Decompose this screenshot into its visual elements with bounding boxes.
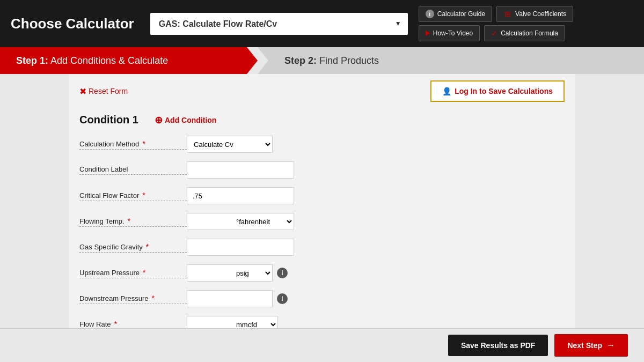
downstream-pressure-label: Downstream Pressure * bbox=[79, 294, 187, 304]
add-condition-button[interactable]: ⊕ Add Condition bbox=[155, 114, 216, 126]
next-step-button[interactable]: Next Step → bbox=[554, 334, 628, 357]
calculator-select[interactable]: GAS: Calculate Flow Rate/Cv GAS: Calcula… bbox=[150, 13, 408, 35]
how-to-video-button[interactable]: How-To Video bbox=[419, 25, 480, 41]
calculation-method-group: Calculate Cv Calculate Flow Rate Calcula… bbox=[187, 136, 273, 153]
valve-coefficients-button[interactable]: ⊞ Valve Coefficients bbox=[496, 6, 573, 22]
critical-flow-factor-label: Critical Flow Factor * bbox=[79, 191, 187, 201]
step2: Step 2: Find Products bbox=[258, 47, 644, 74]
downstream-pressure-group: i bbox=[187, 290, 288, 307]
calculation-method-label: Calculation Method * bbox=[79, 139, 187, 150]
gas-specific-gravity-label: Gas Specific Gravity * bbox=[79, 242, 187, 253]
condition-title: Condition 1 bbox=[79, 114, 138, 126]
form-row-calculation-method: Calculation Method * Calculate Cv Calcul… bbox=[79, 135, 565, 154]
upstream-pressure-label: Upstream Pressure * bbox=[79, 268, 187, 278]
user-icon: 👤 bbox=[442, 87, 451, 95]
gas-specific-gravity-input[interactable] bbox=[187, 239, 294, 256]
top-links: i Calculator Guide ⊞ Valve Coefficients … bbox=[419, 6, 573, 41]
form-row-critical-flow-factor: Critical Flow Factor * bbox=[79, 186, 565, 205]
login-save-button[interactable]: 👤 Log In to Save Calculations bbox=[430, 80, 565, 102]
form-row-condition-label: Condition Label bbox=[79, 160, 565, 180]
critical-flow-factor-input[interactable] bbox=[187, 187, 294, 204]
form-row-gas-specific-gravity: Gas Specific Gravity * bbox=[79, 238, 565, 257]
top-bar: Choose Calculator GAS: Calculate Flow Ra… bbox=[0, 0, 644, 47]
flowing-temp-input[interactable] bbox=[187, 213, 230, 230]
step2-text: Step 2: Find Products bbox=[284, 55, 379, 67]
grid-icon: ⊞ bbox=[503, 10, 512, 18]
step1-text: Step 1: Add Conditions & Calculate bbox=[16, 55, 168, 67]
condition-label-label: Condition Label bbox=[79, 165, 187, 175]
choose-calculator-title: Choose Calculator bbox=[11, 16, 134, 32]
step1: Step 1: Add Conditions & Calculate bbox=[0, 47, 258, 74]
reset-form-button[interactable]: ✖ Reset Form bbox=[79, 86, 128, 97]
top-links-row-1: i Calculator Guide ⊞ Valve Coefficients bbox=[419, 6, 573, 22]
plus-icon: ⊕ bbox=[155, 114, 163, 126]
form-area: Condition 1 ⊕ Add Condition Calculation … bbox=[69, 108, 575, 362]
action-bar: ✖ Reset Form 👤 Log In to Save Calculatio… bbox=[69, 74, 575, 108]
form-row-flowing-temp: Flowing Temp. * °fahrenheit °celsius kel… bbox=[79, 212, 565, 231]
main-wrapper: Choose Calculator GAS: Calculate Flow Ra… bbox=[0, 0, 644, 362]
calculation-formula-button[interactable]: ✓ Calculation Formula bbox=[484, 25, 565, 41]
calculator-guide-button[interactable]: i Calculator Guide bbox=[419, 6, 492, 22]
form-row-downstream-pressure: Downstream Pressure * i bbox=[79, 289, 565, 308]
flowing-temp-unit-select[interactable]: °fahrenheit °celsius kelvin rankine bbox=[230, 213, 294, 230]
flowing-temp-group: °fahrenheit °celsius kelvin rankine bbox=[187, 213, 294, 230]
condition-header: Condition 1 ⊕ Add Condition bbox=[79, 114, 565, 126]
calculation-method-select[interactable]: Calculate Cv Calculate Flow Rate Calcula… bbox=[187, 136, 273, 153]
play-icon bbox=[426, 31, 430, 36]
calculator-select-wrapper: GAS: Calculate Flow Rate/Cv GAS: Calcula… bbox=[150, 13, 408, 35]
reset-icon: ✖ bbox=[79, 86, 86, 97]
downstream-pressure-input[interactable] bbox=[187, 290, 273, 307]
upstream-pressure-input[interactable] bbox=[187, 264, 230, 282]
upstream-pressure-group: psig psia bar kPa i bbox=[187, 264, 288, 282]
bottom-bar: Save Results as PDF Next Step → bbox=[0, 328, 644, 362]
downstream-pressure-info-icon[interactable]: i bbox=[277, 293, 288, 304]
form-row-upstream-pressure: Upstream Pressure * psig psia bar kPa i bbox=[79, 263, 565, 283]
top-links-row-2: How-To Video ✓ Calculation Formula bbox=[419, 25, 573, 41]
info-icon: i bbox=[426, 10, 434, 18]
flowing-temp-label: Flowing Temp. * bbox=[79, 217, 187, 227]
upstream-pressure-info-icon[interactable]: i bbox=[277, 268, 288, 278]
condition-label-input[interactable] bbox=[187, 161, 294, 179]
upstream-pressure-unit-select[interactable]: psig psia bar kPa bbox=[230, 264, 273, 282]
inner-card: ✖ Reset Form 👤 Log In to Save Calculatio… bbox=[69, 74, 575, 362]
checkmark-icon: ✓ bbox=[491, 29, 497, 38]
save-pdf-button[interactable]: Save Results as PDF bbox=[448, 335, 548, 356]
step-bar: Step 1: Add Conditions & Calculate Step … bbox=[0, 47, 644, 74]
arrow-right-icon: → bbox=[606, 341, 615, 350]
